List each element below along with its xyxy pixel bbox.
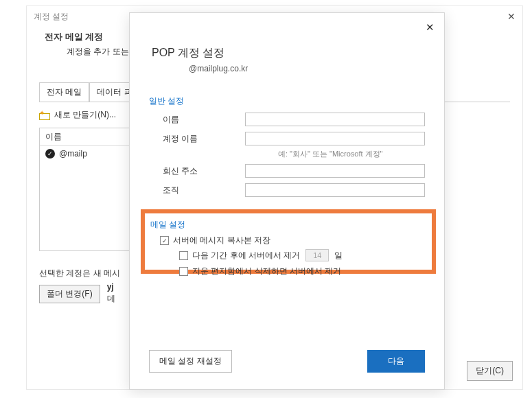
remove-after-label: 다음 기간 후에 서버에서 제거 bbox=[192, 250, 300, 261]
folder-path-line2: 데 bbox=[107, 293, 115, 305]
folder-change-button[interactable]: 폴더 변경(F) bbox=[39, 285, 100, 303]
new-button[interactable]: 새로 만들기(N)... bbox=[54, 109, 116, 121]
close-button-label: 닫기(C) bbox=[476, 366, 504, 375]
folder-path-line1: yj bbox=[107, 282, 115, 292]
pop-settings-modal: ✕ POP 계정 설정 @mailplug.co.kr 일반 설정 이름 계정 … bbox=[129, 12, 445, 390]
leave-copy-row: ✓ 서버에 메시지 복사본 저장 bbox=[160, 235, 426, 246]
close-icon[interactable]: ✕ bbox=[426, 21, 435, 34]
label-org: 조직 bbox=[163, 185, 245, 196]
remove-on-delete-label: 지운 편지함에서 삭제하면 서버에서 제거 bbox=[192, 266, 341, 277]
mail-settings-highlight: 메일 설정 ✓ 서버에 메시지 복사본 저장 다음 기간 후에 서버에서 제거 … bbox=[141, 209, 436, 274]
org-field[interactable] bbox=[245, 183, 425, 197]
folder-change-label: 폴더 변경(F) bbox=[47, 289, 93, 298]
label-name: 이름 bbox=[163, 114, 245, 126]
remove-on-delete-checkbox[interactable] bbox=[179, 267, 188, 276]
name-field[interactable] bbox=[245, 113, 425, 126]
account-name: @mailp bbox=[59, 149, 87, 159]
reset-button-label: 메일 설정 재설정 bbox=[159, 356, 222, 366]
close-button[interactable]: 닫기(C) bbox=[467, 361, 513, 381]
default-check-icon: ✓ bbox=[45, 149, 55, 159]
tab-email[interactable]: 전자 메일 bbox=[39, 82, 89, 102]
leave-copy-label: 서버에 메시지 복사본 저장 bbox=[173, 235, 270, 246]
next-button[interactable]: 다음 bbox=[367, 350, 425, 373]
new-mail-icon: ✦ bbox=[39, 110, 50, 120]
back-window-title: 계정 설정 bbox=[34, 11, 69, 23]
account-name-hint: 예: "회사" 또는 "Microsoft 계정" bbox=[278, 149, 425, 159]
reply-address-field[interactable] bbox=[245, 164, 425, 178]
modal-subtitle: @mailplug.co.kr bbox=[189, 64, 248, 73]
remove-on-delete-row: 지운 편지함에서 삭제하면 서버에서 제거 bbox=[179, 266, 341, 277]
leave-copy-checkbox[interactable]: ✓ bbox=[160, 236, 169, 245]
label-reply-address: 회신 주소 bbox=[163, 165, 245, 177]
general-form: 이름 계정 이름 예: "회사" 또는 "Microsoft 계정" 회신 주소… bbox=[163, 110, 425, 200]
reset-mail-settings-button[interactable]: 메일 설정 재설정 bbox=[149, 350, 232, 373]
days-input[interactable]: 14 bbox=[305, 249, 329, 261]
modal-title: POP 계정 설정 bbox=[152, 46, 224, 60]
tab-data-files-label: 데이터 파 bbox=[97, 87, 132, 97]
label-account-name: 계정 이름 bbox=[163, 133, 245, 145]
remove-after-row: 다음 기간 후에 서버에서 제거 14 일 bbox=[179, 249, 426, 261]
remove-after-checkbox[interactable] bbox=[179, 251, 188, 260]
days-suffix: 일 bbox=[334, 250, 343, 261]
next-button-label: 다음 bbox=[388, 356, 404, 366]
accounts-list: 이름 ✓ @mailp bbox=[39, 128, 135, 251]
section-general: 일반 설정 bbox=[149, 95, 184, 107]
tab-email-label: 전자 메일 bbox=[47, 87, 82, 97]
section-mail: 메일 설정 bbox=[150, 219, 426, 231]
close-icon[interactable]: ✕ bbox=[507, 11, 516, 22]
list-item[interactable]: ✓ @mailp bbox=[40, 146, 135, 161]
account-name-field[interactable] bbox=[245, 132, 425, 145]
list-header-name[interactable]: 이름 bbox=[40, 128, 135, 146]
